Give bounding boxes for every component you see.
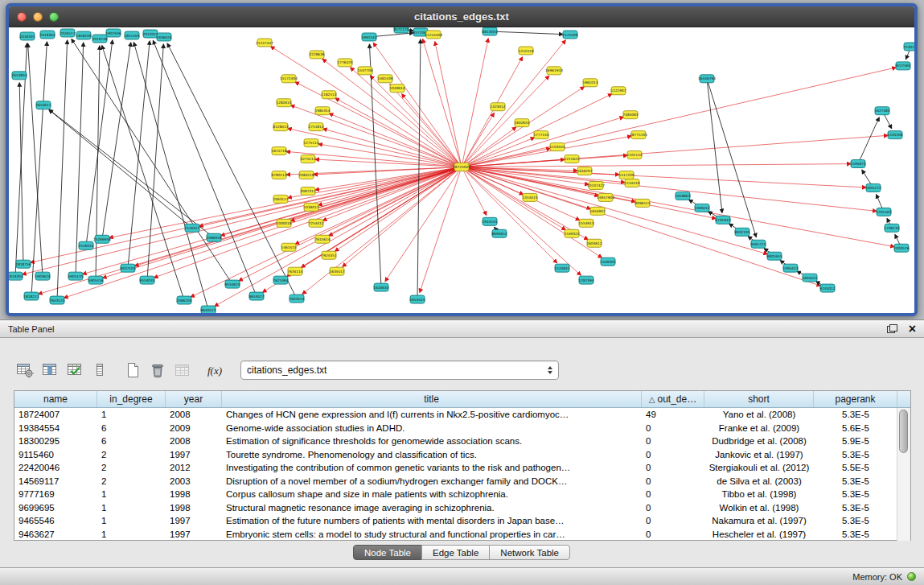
graph-node[interactable]: 1554913 bbox=[578, 219, 593, 227]
network-view[interactable]: 1872400720183012018364202651718482002019… bbox=[9, 27, 914, 313]
vertical-scrollbar[interactable] bbox=[897, 408, 910, 541]
graph-node[interactable]: 8932105 bbox=[734, 228, 749, 236]
graph-node[interactable]: 18724007 bbox=[453, 163, 470, 171]
tab-edge-table[interactable]: Edge Table bbox=[421, 545, 490, 560]
graph-node[interactable]: 9801655 bbox=[766, 252, 782, 260]
window-titlebar[interactable]: citations_edges.txt bbox=[9, 6, 914, 27]
graph-node[interactable]: 2653611 bbox=[35, 101, 51, 109]
graph-edge-red[interactable] bbox=[329, 113, 462, 167]
graph-node[interactable]: 1549305 bbox=[600, 257, 615, 266]
graph-edge-red[interactable] bbox=[420, 167, 462, 293]
graph-node[interactable]: 1003576 bbox=[893, 244, 909, 252]
graph-node[interactable]: 2751814 bbox=[308, 123, 323, 131]
graph-node[interactable]: 7530142 bbox=[903, 43, 914, 51]
graph-node[interactable]: 1936024 bbox=[156, 33, 171, 41]
graph-edge-red[interactable] bbox=[462, 164, 851, 167]
graph-node[interactable]: 9245012 bbox=[819, 284, 835, 292]
single-column-button[interactable] bbox=[88, 360, 111, 381]
graph-node[interactable]: 2526321 bbox=[184, 224, 199, 232]
graph-edge-red[interactable] bbox=[215, 167, 462, 307]
graph-edge-black[interactable] bbox=[490, 31, 563, 35]
graph-edge-black[interactable] bbox=[57, 40, 68, 300]
graph-edge-black[interactable] bbox=[102, 43, 131, 239]
graph-node[interactable]: 1694421 bbox=[802, 274, 817, 282]
graph-node[interactable]: 1095423 bbox=[782, 264, 798, 272]
minimize-window-button[interactable] bbox=[33, 12, 43, 22]
graph-node[interactable]: 7634114 bbox=[287, 267, 302, 275]
graph-node[interactable]: 1818756 bbox=[15, 260, 31, 268]
graph-node[interactable]: 1604612 bbox=[586, 239, 602, 247]
graph-node[interactable]: 5905416 bbox=[88, 276, 103, 284]
graph-node[interactable]: 1907936 bbox=[105, 29, 121, 37]
graph-edge-black[interactable] bbox=[128, 41, 150, 268]
graph-node[interactable]: 1595874 bbox=[850, 160, 865, 168]
graph-node[interactable]: 21247447 bbox=[256, 39, 273, 47]
graph-node[interactable]: 1646207 bbox=[577, 167, 592, 175]
graph-node[interactable]: 1154419 bbox=[624, 179, 639, 187]
graph-node[interactable]: 1851404 bbox=[124, 31, 139, 39]
graph-node[interactable]: 1314415 bbox=[522, 193, 537, 201]
table-panel-header[interactable]: Table Panel × bbox=[0, 320, 924, 338]
float-panel-icon[interactable] bbox=[887, 324, 897, 333]
graph-node[interactable]: 6791943 bbox=[715, 216, 730, 224]
graph-node[interactable]: 8694652 bbox=[491, 229, 507, 237]
scrollbar-thumb[interactable] bbox=[899, 410, 908, 453]
graph-node[interactable]: 1653424 bbox=[409, 295, 425, 303]
graph-edge-black[interactable] bbox=[31, 42, 47, 296]
table-row[interactable]: 1938455462009Genome-wide association stu… bbox=[14, 422, 897, 435]
graph-node[interactable]: 8128413 bbox=[273, 123, 288, 131]
graph-node[interactable]: 1615718 bbox=[271, 147, 286, 155]
column-header-short[interactable]: short bbox=[704, 391, 814, 407]
graph-node[interactable]: 1182513 bbox=[321, 91, 336, 99]
new-table-button[interactable] bbox=[121, 360, 144, 381]
graph-edge-red[interactable] bbox=[462, 167, 581, 276]
graph-node[interactable]: 1605223 bbox=[865, 183, 881, 192]
graph-node[interactable]: 1049914 bbox=[389, 84, 405, 93]
table-selector-dropdown[interactable]: citations_edges.txt bbox=[240, 360, 559, 380]
graph-node[interactable]: 1602655 bbox=[514, 119, 529, 127]
graph-node[interactable]: 1961013 bbox=[582, 79, 598, 87]
graph-node[interactable]: 8653427 bbox=[248, 292, 264, 300]
graph-node[interactable]: 5905135 bbox=[68, 272, 83, 280]
graph-edge-red[interactable] bbox=[390, 84, 462, 167]
graph-node[interactable]: 16961910 bbox=[545, 67, 563, 75]
graph-node[interactable]: 18775105 bbox=[630, 131, 647, 139]
graph-node[interactable]: 1654907 bbox=[589, 207, 605, 215]
graph-node[interactable]: 1708134 bbox=[884, 224, 899, 232]
graph-node[interactable]: 2653804 bbox=[11, 72, 27, 80]
table-row[interactable]: 969969511998Structural magnetic resonanc… bbox=[14, 501, 897, 515]
graph-edge-red[interactable] bbox=[462, 167, 894, 247]
column-header-title[interactable]: title bbox=[222, 391, 642, 407]
graph-node[interactable]: 1914545 bbox=[482, 217, 497, 225]
graph-node[interactable]: 2018364 bbox=[39, 31, 55, 39]
graph-node[interactable]: 2526014 bbox=[78, 241, 93, 249]
graph-node[interactable]: 9461225 bbox=[750, 240, 766, 248]
graph-node[interactable]: 1275114 bbox=[303, 139, 318, 147]
import-table-button[interactable] bbox=[171, 360, 194, 381]
edit-table-button[interactable] bbox=[64, 360, 86, 381]
table-row[interactable]: 946362711997Embryonic stem cells: a mode… bbox=[14, 528, 897, 542]
table-row[interactable]: 2242004622012Investigating the contribut… bbox=[14, 461, 897, 475]
graph-edge-red[interactable] bbox=[462, 94, 612, 167]
function-builder-button[interactable]: f(x) bbox=[204, 360, 227, 381]
graph-node[interactable]: 1323012 bbox=[490, 103, 505, 111]
column-header-year[interactable]: year bbox=[166, 391, 222, 407]
graph-edge-black[interactable] bbox=[72, 39, 232, 284]
graph-edge-black[interactable] bbox=[19, 83, 23, 264]
graph-edge-black[interactable] bbox=[49, 109, 192, 228]
column-header-name[interactable]: name bbox=[14, 391, 97, 407]
graph-node[interactable]: 1461439 bbox=[377, 75, 392, 83]
table-settings-button[interactable] bbox=[14, 360, 36, 381]
graph-node[interactable]: 1818211 bbox=[23, 292, 39, 300]
graph-node[interactable]: 25266958 bbox=[93, 235, 111, 243]
graph-node[interactable]: 2125409 bbox=[562, 31, 577, 39]
table-row[interactable]: 911546021997Tourette syndrome. Phenomeno… bbox=[14, 448, 897, 462]
column-header-pagerank[interactable]: pagerank bbox=[814, 391, 897, 407]
graph-node[interactable]: 7254412 bbox=[308, 219, 323, 227]
graph-node[interactable]: 3087311 bbox=[300, 187, 315, 195]
graph-node[interactable]: 9037105 bbox=[120, 264, 135, 272]
graph-node[interactable]: 9554035 bbox=[139, 276, 154, 284]
graph-node[interactable]: 2019748 bbox=[92, 35, 107, 43]
graph-node[interactable]: 1818304 bbox=[9, 272, 23, 280]
graph-node[interactable]: 1627483 bbox=[874, 107, 889, 115]
